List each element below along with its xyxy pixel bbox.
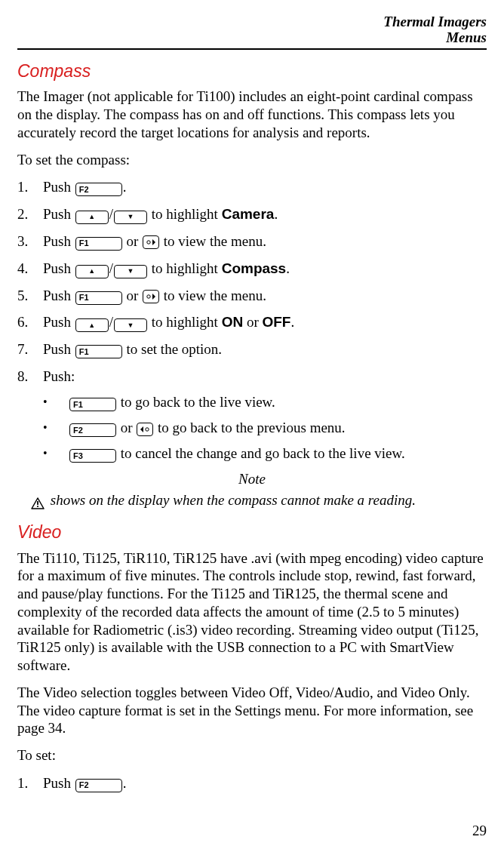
section-title-compass: Compass — [17, 60, 487, 82]
note-label: Note — [17, 470, 487, 488]
bullet-text: F2 or to go back to the previous menu. — [69, 419, 487, 437]
page: Thermal Imagers Menus Compass The Imager… — [0, 0, 504, 852]
bullet-mark: • — [43, 446, 69, 461]
key-f1: F1 — [75, 291, 122, 305]
step-text: Push ▲/▼ to highlight ON or OFF. — [43, 312, 487, 332]
compass-intro: The Imager (not applicable for Ti100) in… — [17, 88, 487, 141]
svg-rect-7 — [37, 501, 38, 505]
video-lead: To set: — [17, 746, 487, 764]
bullet-3: • F3 to cancel the change and go back to… — [17, 444, 487, 463]
bullet-mark: • — [43, 395, 69, 410]
bullet-1: • F1 to go back to the live view. — [17, 393, 487, 411]
step-number: 6. — [17, 313, 43, 331]
key-f1: F1 — [75, 237, 122, 251]
step-6: 6. Push ▲/▼ to highlight ON or OFF. — [17, 312, 487, 332]
key-f1: F1 — [69, 398, 116, 411]
step-text: Push: — [43, 367, 487, 386]
step-5: 5. Push F1 or to view the menu. — [17, 286, 487, 306]
step-text: Push F1 or to view the menu. — [43, 286, 487, 306]
step-number: 8. — [17, 368, 43, 386]
key-f1: F1 — [75, 345, 122, 358]
bullet-2: • F2 or to go back to the previous menu. — [17, 419, 487, 437]
step-number: 1. — [17, 774, 43, 792]
step-2: 2. Push ▲/▼ to highlight Camera. — [17, 205, 487, 224]
step-number: 2. — [17, 205, 43, 223]
step-text: Push ▲/▼ to highlight Compass. — [43, 259, 487, 278]
key-f2: F2 — [75, 779, 122, 792]
key-down: ▼ — [114, 211, 147, 224]
key-right — [143, 290, 159, 303]
step-text: Push F1 to set the option. — [43, 340, 487, 359]
compass-lead: To set the compass: — [17, 151, 487, 169]
bullet-mark: • — [43, 420, 69, 435]
video-p1: The Ti110, Ti125, TiR110, TiR125 have .a… — [17, 549, 487, 675]
svg-point-1 — [147, 241, 150, 244]
key-up: ▲ — [75, 318, 109, 332]
step-1: 1. Push F2. — [17, 177, 487, 197]
header-rule — [17, 48, 487, 50]
page-number: 29 — [472, 822, 487, 840]
video-p2: The Video selection toggles between Vide… — [17, 684, 487, 737]
key-down: ▼ — [114, 265, 147, 278]
video-steps: 1. Push F2. — [17, 774, 487, 793]
step-number: 5. — [17, 287, 43, 305]
running-header: Thermal Imagers Menus — [17, 14, 487, 46]
bullet-text: F3 to cancel the change and go back to t… — [69, 444, 487, 463]
step-text: Push F2. — [43, 774, 487, 793]
key-f3: F3 — [69, 449, 116, 463]
key-up: ▲ — [75, 211, 109, 224]
key-f2: F2 — [69, 423, 116, 437]
step-7: 7. Push F1 to set the option. — [17, 340, 487, 359]
step-8: 8. Push: — [17, 367, 487, 386]
svg-marker-0 — [152, 239, 155, 245]
video-step-1: 1. Push F2. — [17, 774, 487, 793]
header-title: Thermal Imagers — [383, 14, 487, 29]
step-text: Push F1 or to view the menu. — [43, 232, 487, 251]
svg-marker-2 — [152, 294, 155, 300]
key-right — [143, 235, 159, 249]
term-compass: Compass — [222, 260, 287, 276]
svg-point-5 — [146, 428, 149, 431]
step-4: 4. Push ▲/▼ to highlight Compass. — [17, 259, 487, 278]
note-body: shows on the display when the compass ca… — [17, 491, 487, 511]
step-number: 3. — [17, 232, 43, 251]
section-title-video: Video — [17, 521, 487, 543]
bullet-text: F1 to go back to the live view. — [69, 393, 487, 411]
step-3: 3. Push F1 or to view the menu. — [17, 232, 487, 251]
step-number: 4. — [17, 260, 43, 278]
term-off: OFF — [262, 314, 290, 330]
step-text: Push ▲/▼ to highlight Camera. — [43, 205, 487, 224]
step-text: Push F2. — [43, 177, 487, 197]
term-on: ON — [222, 314, 244, 330]
svg-point-3 — [147, 295, 150, 298]
compass-bullets: • F1 to go back to the live view. • F2 o… — [17, 393, 487, 463]
compass-steps: 1. Push F2. 2. Push ▲/▼ to highlight Cam… — [17, 177, 487, 386]
svg-rect-8 — [37, 506, 38, 507]
warning-icon — [31, 493, 45, 511]
key-f2: F2 — [75, 183, 122, 196]
term-camera: Camera — [222, 206, 275, 222]
step-number: 1. — [17, 178, 43, 196]
svg-marker-4 — [140, 426, 143, 432]
key-down: ▼ — [114, 318, 147, 332]
header-subtitle: Menus — [446, 29, 487, 45]
key-up: ▲ — [75, 265, 109, 278]
key-left — [137, 423, 153, 436]
step-number: 7. — [17, 340, 43, 358]
